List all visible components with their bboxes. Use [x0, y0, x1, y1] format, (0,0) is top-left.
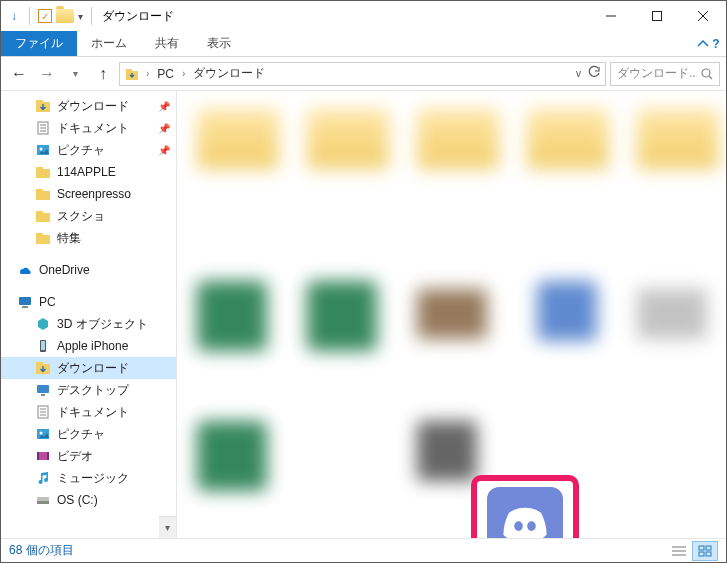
svg-rect-25	[22, 306, 28, 308]
svg-rect-29	[36, 362, 43, 365]
navigation-pane[interactable]: ダウンロード📌ドキュメント📌ピクチャ📌114APPLEScreenpressoス…	[1, 91, 177, 538]
pc-child-item[interactable]: デスクトップ	[1, 379, 176, 401]
refresh-button[interactable]	[587, 65, 601, 82]
close-button[interactable]	[680, 1, 726, 31]
nav-label: ピクチャ	[57, 426, 105, 443]
search-icon	[701, 68, 713, 80]
separator	[29, 7, 30, 25]
icons-view-button[interactable]	[692, 541, 718, 561]
svg-rect-22	[36, 235, 50, 244]
svg-rect-40	[47, 452, 49, 460]
quick-access-item[interactable]: ダウンロード📌	[1, 95, 176, 117]
content-pane[interactable]: DiscordSetup (1)	[177, 91, 726, 538]
maximize-button[interactable]	[634, 1, 680, 31]
svg-rect-50	[706, 546, 711, 550]
svg-rect-24	[19, 297, 31, 305]
nav-label: ピクチャ	[57, 142, 105, 159]
chevron-right-icon[interactable]: ›	[144, 68, 151, 79]
properties-icon[interactable]: ✓	[38, 9, 52, 23]
nav-label: ドキュメント	[57, 120, 129, 137]
nav-pc[interactable]: PC	[1, 291, 176, 313]
svg-point-45	[527, 521, 536, 531]
svg-rect-16	[36, 169, 50, 178]
tab-share[interactable]: 共有	[141, 31, 193, 56]
nav-label: ドキュメント	[57, 404, 129, 421]
search-box[interactable]: ダウンロード...	[610, 62, 720, 86]
svg-rect-23	[36, 233, 43, 236]
minimize-button[interactable]	[588, 1, 634, 31]
nav-label: OneDrive	[39, 263, 90, 277]
ribbon: ファイル ホーム 共有 表示 ?	[1, 31, 726, 57]
nav-label: デスクトップ	[57, 382, 129, 399]
blurred-background	[177, 91, 726, 538]
ribbon-help-button[interactable]: ?	[690, 31, 726, 56]
scroll-down-button[interactable]: ▾	[159, 516, 176, 538]
up-button[interactable]: ↑	[91, 62, 115, 86]
pc-child-item[interactable]: OS (C:)	[1, 489, 176, 511]
quick-access-item[interactable]: Screenpresso	[1, 183, 176, 205]
svg-point-37	[40, 432, 43, 435]
chevron-up-icon	[696, 37, 710, 51]
svg-rect-18	[36, 191, 50, 200]
down-arrow-icon[interactable]: ↓	[7, 9, 21, 23]
svg-rect-17	[36, 167, 43, 170]
tab-file[interactable]: ファイル	[1, 31, 77, 56]
chevron-right-icon[interactable]: ›	[180, 68, 187, 79]
pin-icon: 📌	[158, 101, 170, 112]
folder-icon	[35, 230, 51, 246]
tab-home[interactable]: ホーム	[77, 31, 141, 56]
pc-icon	[17, 294, 33, 310]
close-icon	[698, 11, 708, 21]
svg-point-15	[40, 148, 43, 151]
discord-icon	[487, 487, 563, 538]
nav-label: ビデオ	[57, 448, 93, 465]
window-title: ダウンロード	[102, 8, 174, 25]
pictures-icon	[35, 142, 51, 158]
pc-child-item[interactable]: ダウンロード	[1, 357, 176, 379]
file-discord-setup[interactable]: DiscordSetup (1)	[471, 475, 579, 538]
svg-rect-19	[36, 189, 43, 192]
pin-icon: 📌	[158, 145, 170, 156]
back-button[interactable]: ←	[7, 62, 31, 86]
help-icon: ?	[712, 37, 719, 51]
address-bar[interactable]: › PC › ダウンロード v	[119, 62, 606, 86]
quick-access-item[interactable]: ドキュメント📌	[1, 117, 176, 139]
quick-access-item[interactable]: 114APPLE	[1, 161, 176, 183]
svg-rect-49	[699, 546, 704, 550]
svg-rect-27	[41, 341, 45, 350]
pc-child-item[interactable]: ビデオ	[1, 445, 176, 467]
navigation-bar: ← → ▾ ↑ › PC › ダウンロード v ダウンロード...	[1, 57, 726, 91]
forward-button[interactable]: →	[35, 62, 59, 86]
download-icon	[35, 98, 51, 114]
breadcrumb-pc[interactable]: PC	[155, 67, 176, 81]
svg-rect-20	[36, 213, 50, 222]
quick-access-item[interactable]: スクショ	[1, 205, 176, 227]
svg-rect-52	[706, 552, 711, 556]
breadcrumb-current[interactable]: ダウンロード	[191, 65, 267, 82]
document-icon	[35, 404, 51, 420]
folder-icon	[56, 9, 74, 23]
pc-child-item[interactable]: ピクチャ	[1, 423, 176, 445]
nav-label: ダウンロード	[57, 98, 129, 115]
recent-locations-button[interactable]: ▾	[63, 62, 87, 86]
quick-access-item[interactable]: 特集	[1, 227, 176, 249]
maximize-icon	[652, 11, 662, 21]
pc-child-item[interactable]: ドキュメント	[1, 401, 176, 423]
address-dropdown-icon[interactable]: v	[576, 68, 581, 79]
tab-view[interactable]: 表示	[193, 31, 245, 56]
folder-icon	[35, 208, 51, 224]
pc-child-item[interactable]: 3D オブジェクト	[1, 313, 176, 335]
drive-icon	[35, 492, 51, 508]
pc-child-item[interactable]: Apple iPhone	[1, 335, 176, 357]
details-view-button[interactable]	[666, 541, 692, 561]
icons-icon	[698, 545, 712, 557]
nav-label: Screenpresso	[57, 187, 131, 201]
document-icon	[35, 120, 51, 136]
quick-access-item[interactable]: ピクチャ📌	[1, 139, 176, 161]
nav-onedrive[interactable]: OneDrive	[1, 259, 176, 281]
folder-icon	[35, 186, 51, 202]
pc-child-item[interactable]: ミュージック	[1, 467, 176, 489]
status-text: 68 個の項目	[9, 542, 74, 559]
qat-dropdown-icon[interactable]: ▾	[78, 11, 83, 22]
explorer-body: ダウンロード📌ドキュメント📌ピクチャ📌114APPLEScreenpressoス…	[1, 91, 726, 538]
